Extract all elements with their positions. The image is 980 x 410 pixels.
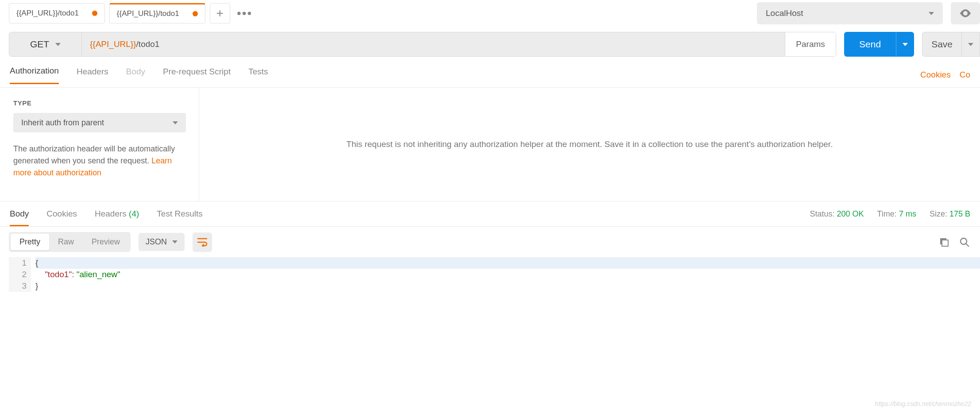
send-button[interactable]: Send xyxy=(844,32,914,57)
send-options-button[interactable] xyxy=(896,32,914,57)
environment-selected: LocalHost xyxy=(766,8,803,18)
method-value: GET xyxy=(30,39,49,50)
view-pretty[interactable]: Pretty xyxy=(11,234,49,250)
line-wrap-button[interactable] xyxy=(193,232,212,252)
search-button[interactable] xyxy=(958,236,971,249)
svg-rect-1 xyxy=(942,240,948,246)
method-url-group: GET {{API_URL}}/todo1 Params xyxy=(9,32,836,57)
time-label: Time: xyxy=(877,209,897,218)
auth-message-panel: This request is not inheriting any autho… xyxy=(199,88,980,201)
send-label: Send xyxy=(844,39,896,50)
authorization-panel: TYPE Inherit auth from parent The author… xyxy=(0,88,980,201)
view-raw[interactable]: Raw xyxy=(49,234,83,250)
line-number: 2 xyxy=(9,269,27,280)
size-label: Size: xyxy=(930,209,947,218)
tab-label: {{API_URL}}/todo1 xyxy=(16,9,79,18)
response-tab-cookies[interactable]: Cookies xyxy=(46,202,77,226)
body-format-select[interactable]: JSON xyxy=(139,233,185,251)
line-number: 1 xyxy=(9,257,27,269)
tab-tests[interactable]: Tests xyxy=(248,67,268,84)
request-bar: GET {{API_URL}}/todo1 Params Send Save xyxy=(0,27,980,62)
tab-request-1[interactable]: {{API_URL}}/todo1 xyxy=(109,3,205,23)
svg-line-3 xyxy=(966,244,969,247)
environment-select[interactable]: LocalHost xyxy=(757,2,943,24)
response-tab-test-results[interactable]: Test Results xyxy=(157,202,202,226)
tab-body[interactable]: Body xyxy=(126,67,145,84)
wrap-icon xyxy=(197,238,208,247)
tab-prerequest-script[interactable]: Pre-request Script xyxy=(163,67,231,84)
params-button[interactable]: Params xyxy=(785,32,836,56)
body-format-value: JSON xyxy=(146,237,167,247)
chevron-down-icon xyxy=(55,43,61,46)
tab-label: {{API_URL}}/todo1 xyxy=(117,9,179,18)
code-line: } xyxy=(35,280,980,292)
tab-bar: {{API_URL}}/todo1 {{API_URL}}/todo1 + ••… xyxy=(0,0,980,27)
tab-headers[interactable]: Headers xyxy=(77,67,108,84)
body-view-group: Pretty Raw Preview xyxy=(9,232,131,252)
url-input[interactable]: {{API_URL}}/todo1 xyxy=(82,32,785,56)
response-tab-body[interactable]: Body xyxy=(10,202,29,226)
chevron-down-icon xyxy=(173,121,178,124)
response-status-bar: Status: 200 OK Time: 7 ms Size: 175 B xyxy=(810,209,970,219)
auth-type-label: TYPE xyxy=(13,99,185,107)
copy-icon xyxy=(939,237,949,247)
save-options-button[interactable] xyxy=(961,32,980,56)
chevron-down-icon xyxy=(172,240,177,244)
eye-icon xyxy=(960,9,971,17)
new-tab-button[interactable]: + xyxy=(210,3,230,23)
method-select[interactable]: GET xyxy=(9,32,82,56)
request-tabs: Authorization Headers Body Pre-request S… xyxy=(0,62,980,88)
unsaved-dot-icon xyxy=(92,11,97,16)
code-lines: { "todo1": "alien_new" } xyxy=(31,257,980,292)
line-number: 3 xyxy=(9,280,27,292)
chevron-down-icon xyxy=(903,43,908,46)
svg-point-2 xyxy=(961,238,967,244)
response-tabs: Body Cookies Headers (4) Test Results St… xyxy=(0,201,980,227)
auth-config: TYPE Inherit auth from parent The author… xyxy=(0,88,199,201)
line-gutter: 1 2 3 xyxy=(9,257,31,292)
save-button[interactable]: Save xyxy=(922,32,980,57)
code-link[interactable]: Co xyxy=(960,70,970,80)
unsaved-dot-icon xyxy=(193,11,198,16)
header-count: (4) xyxy=(129,209,139,218)
auth-type-select[interactable]: Inherit auth from parent xyxy=(13,113,186,132)
url-path: /todo1 xyxy=(136,39,160,49)
copy-button[interactable] xyxy=(938,236,951,249)
auth-description: The authorization header will be automat… xyxy=(13,143,185,179)
chevron-down-icon xyxy=(929,12,934,15)
status-value: 200 OK xyxy=(837,209,864,218)
environment-preview-button[interactable] xyxy=(951,2,980,24)
chevron-down-icon xyxy=(968,43,973,46)
response-tab-headers[interactable]: Headers (4) xyxy=(95,202,139,226)
view-preview[interactable]: Preview xyxy=(83,234,129,250)
response-body-editor[interactable]: 1 2 3 { "todo1": "alien_new" } xyxy=(0,257,980,292)
auth-type-value: Inherit auth from parent xyxy=(21,118,104,128)
cookies-link[interactable]: Cookies xyxy=(920,70,951,80)
url-variable: {{API_URL}} xyxy=(90,39,136,49)
save-label: Save xyxy=(922,39,961,50)
search-icon xyxy=(959,237,970,248)
code-line: { xyxy=(35,257,980,269)
time-value: 7 ms xyxy=(899,209,916,218)
tab-actions-button[interactable]: ••• xyxy=(235,3,255,23)
auth-inherit-message: This request is not inheriting any autho… xyxy=(347,138,833,151)
tab-authorization[interactable]: Authorization xyxy=(10,66,59,84)
code-line: "todo1": "alien_new" xyxy=(35,269,980,280)
body-controls: Pretty Raw Preview JSON xyxy=(0,227,980,257)
size-value: 175 B xyxy=(949,209,970,218)
tab-request-0[interactable]: {{API_URL}}/todo1 xyxy=(9,3,105,23)
status-label: Status: xyxy=(810,209,834,218)
